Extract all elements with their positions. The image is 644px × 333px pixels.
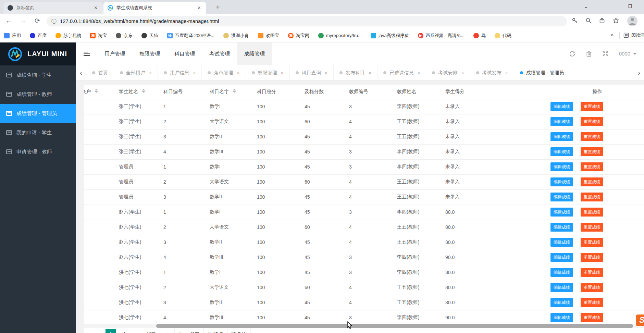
close-tab-icon[interactable]: × <box>417 70 420 76</box>
sort-icon[interactable] <box>95 89 98 93</box>
tabs-scroll-left-icon[interactable]: ‹ <box>76 65 86 81</box>
topnav-item-科目管理[interactable]: 科目管理 <box>167 42 202 65</box>
column-header-学生得分[interactable]: 学生得分 <box>445 85 550 99</box>
bookmark-item[interactable]: java高级程序猿 <box>371 33 409 39</box>
column-header-及格分数[interactable]: 及格分数 <box>305 85 349 99</box>
share-icon[interactable] <box>599 17 606 24</box>
page-1-button[interactable]: 1 <box>106 329 116 333</box>
column-header-学生姓名[interactable]: 学生姓名 <box>119 85 163 99</box>
close-tab-icon[interactable]: × <box>93 5 99 11</box>
topnav-item-权限管理[interactable]: 权限管理 <box>132 42 167 65</box>
sort-icon[interactable] <box>233 89 236 93</box>
edit-score-button[interactable]: 编辑成绩 <box>550 268 573 277</box>
column-header-科目总分[interactable]: 科目总分 <box>257 85 305 99</box>
address-bar[interactable]: ⓘ 127.0.0.1:8848/bs_web/html/home.html#/… <box>47 16 567 26</box>
edit-score-button[interactable]: 编辑成绩 <box>550 147 573 156</box>
page-tab-考试发布[interactable]: 考试发布 × <box>470 65 514 80</box>
bookmark-item[interactable]: 代码 <box>495 33 511 39</box>
edit-score-button[interactable]: 编辑成绩 <box>550 132 573 141</box>
column-header-操作[interactable]: 操作 <box>550 85 644 99</box>
sort-icon[interactable] <box>142 89 145 93</box>
page-tab-首页[interactable]: 首页 <box>86 65 114 80</box>
new-tab-button[interactable]: + <box>213 3 223 12</box>
reset-score-button[interactable]: 重置成绩 <box>581 238 603 247</box>
horizontal-scrollbar[interactable] <box>84 324 644 328</box>
bookmark-item[interactable]: myrepository/tru... <box>318 33 362 38</box>
page-jump-input[interactable] <box>159 329 175 333</box>
page-tab-成绩管理 - 管理员[interactable]: 成绩管理 - 管理员 <box>514 65 570 80</box>
browser-tab-newtab[interactable]: 新标签页 × <box>3 2 103 14</box>
page-tab-考试安排[interactable]: 考试安排 × <box>426 65 470 80</box>
forward-button[interactable]: → <box>17 15 29 27</box>
bookmark-item[interactable]: 洪湖小肖 <box>223 33 249 39</box>
bookmark-item[interactable]: 译 百度翻译-200种语... <box>167 33 214 39</box>
bookmarks-overflow-icon[interactable]: » <box>610 32 614 38</box>
password-key-icon[interactable] <box>571 17 578 24</box>
edit-score-button[interactable]: 编辑成绩 <box>550 223 573 232</box>
bookmark-item[interactable]: 天猫 <box>141 33 158 39</box>
close-tab-icon[interactable]: × <box>193 70 196 76</box>
edit-score-button[interactable]: 编辑成绩 <box>550 177 573 186</box>
page-tab-已选课信息[interactable]: 已选课信息 × <box>377 65 426 80</box>
edit-score-button[interactable]: 编辑成绩 <box>550 283 573 292</box>
reset-score-button[interactable]: 重置成绩 <box>581 102 603 111</box>
edit-score-button[interactable]: 编辑成绩 <box>550 117 573 126</box>
sidebar-item-成绩管理 - 管理员[interactable]: 成绩管理 - 管理员 <box>0 104 76 123</box>
close-tab-icon[interactable]: × <box>461 70 464 76</box>
refresh-icon[interactable] <box>569 50 575 57</box>
bookmark-item[interactable]: 淘 淘宝网 <box>288 33 309 39</box>
close-tab-icon[interactable]: × <box>369 70 371 76</box>
edit-score-button[interactable]: 编辑成绩 <box>550 253 573 262</box>
edit-score-button[interactable]: 编辑成绩 <box>550 298 573 307</box>
topnav-item-用户管理[interactable]: 用户管理 <box>97 42 132 65</box>
column-header-科目名字[interactable]: 科目名字 <box>210 85 257 99</box>
collapse-menu-button[interactable] <box>76 42 97 65</box>
bookmark-item[interactable]: 百度 <box>30 33 47 39</box>
close-tab-icon[interactable]: × <box>237 70 239 76</box>
close-tab-icon[interactable]: × <box>325 70 327 76</box>
reset-score-button[interactable]: 重置成绩 <box>581 313 603 322</box>
page-tab-全部用户[interactable]: 全部用户 × <box>114 65 158 80</box>
bookmark-item[interactable]: 应用 <box>4 33 21 39</box>
edit-score-button[interactable]: 编辑成绩 <box>550 238 573 247</box>
close-tab-icon[interactable]: × <box>149 70 152 76</box>
zoom-icon[interactable] <box>585 17 592 24</box>
sidebar-item-我的申请 - 学生[interactable]: 我的申请 - 学生 <box>0 123 76 142</box>
screenshot-tool-badge-icon[interactable]: S <box>636 314 644 326</box>
sidebar-item-成绩查询 - 学生[interactable]: 成绩查询 - 学生 <box>0 65 76 85</box>
edit-score-button[interactable]: 编辑成绩 <box>550 193 573 201</box>
page-size-select[interactable]: 15 条/页 <box>227 329 251 333</box>
bookmark-item[interactable]: 淘 淘宝 <box>90 33 107 39</box>
reset-score-button[interactable]: 重置成绩 <box>581 268 603 277</box>
reload-button[interactable]: ⟳ <box>32 15 43 27</box>
user-dropdown[interactable]: 0000 <box>619 51 636 57</box>
reset-score-button[interactable]: 重置成绩 <box>581 208 603 217</box>
bookmark-item[interactable]: 改图宝 <box>258 33 279 39</box>
close-tab-icon[interactable]: × <box>281 70 284 76</box>
page-2-button[interactable]: 2 <box>119 329 129 333</box>
bookmark-item[interactable]: 苏宁易购 <box>55 33 81 39</box>
edit-score-button[interactable]: 编辑成绩 <box>550 162 573 171</box>
reset-score-button[interactable]: 重置成绩 <box>581 162 603 171</box>
bookmark-item[interactable]: 鸟 <box>473 33 486 39</box>
edit-score-button[interactable]: 编辑成绩 <box>550 313 573 322</box>
site-info-icon[interactable]: ⓘ <box>51 18 57 25</box>
tab-search-icon[interactable]: ⌄ <box>578 0 594 14</box>
edit-score-button[interactable]: 编辑成绩 <box>550 208 573 217</box>
tabs-scroll-right-icon[interactable]: › <box>634 65 644 81</box>
page-tab-权限管理[interactable]: 权限管理 × <box>246 65 290 80</box>
page-tab-科目查询[interactable]: 科目查询 × <box>290 65 334 80</box>
reading-list-button[interactable]: 阅读清单 <box>623 32 644 38</box>
confirm-button[interactable]: 确定 <box>186 329 204 333</box>
topnav-item-考试管理[interactable]: 考试管理 <box>202 42 237 65</box>
restore-button[interactable]: ❐ <box>622 0 638 14</box>
page-tab-用户信息[interactable]: 用户信息 × <box>158 65 202 80</box>
prev-page-button[interactable]: ‹ <box>92 329 102 333</box>
bookmark-item[interactable]: ▶ 西瓜视频 - 高清免... <box>418 33 465 39</box>
reset-score-button[interactable]: 重置成绩 <box>581 132 603 141</box>
close-tab-icon[interactable]: × <box>196 5 202 11</box>
topnav-item-成绩管理[interactable]: 成绩管理 <box>237 42 272 65</box>
sidebar-item-成绩管理 - 教师[interactable]: 成绩管理 - 教师 <box>0 85 76 104</box>
reset-score-button[interactable]: 重置成绩 <box>581 117 603 126</box>
reset-score-button[interactable]: 重置成绩 <box>581 177 603 186</box>
